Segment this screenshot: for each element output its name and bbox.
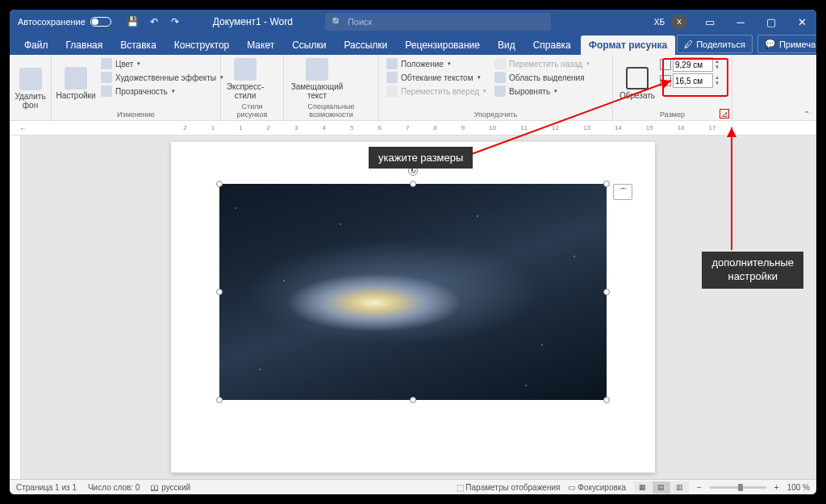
tab-picture-format[interactable]: Формат рисунка: [581, 35, 675, 55]
annotation-specify-sizes: укажите размеры: [369, 147, 473, 169]
backward-icon: [494, 58, 506, 69]
height-up[interactable]: ▲: [715, 59, 720, 65]
search-input[interactable]: 🔍 Поиск: [325, 13, 551, 31]
tab-layout[interactable]: Макет: [239, 35, 282, 55]
status-bar: Страница 1 из 1 Число слов: 0 🕮 русский …: [10, 479, 816, 494]
accessibility-group-label: Специальные возможности: [289, 101, 373, 119]
crop-button[interactable]: Обрезать: [618, 57, 657, 109]
align-button[interactable]: Выровнять▾: [492, 85, 592, 98]
save-icon[interactable]: 💾: [127, 16, 139, 27]
alt-text-icon: [306, 58, 328, 81]
send-forward-button: Переместить вперед▾: [384, 85, 489, 98]
zoom-out-button[interactable]: −: [697, 483, 702, 492]
wrap-text-button[interactable]: Обтекание текстом▾: [384, 71, 489, 84]
resize-handle-mr[interactable]: [603, 289, 610, 295]
read-mode-button[interactable]: ▦: [634, 481, 652, 494]
horizontal-ruler[interactable]: ⌐ 211234567891011121314151617: [10, 121, 816, 135]
width-input-row: ▲▼: [660, 73, 720, 88]
corrections-button[interactable]: Настройки: [56, 57, 95, 109]
page-indicator[interactable]: Страница 1 из 1: [16, 483, 77, 492]
galaxy-image: [219, 184, 607, 400]
artistic-effects-button[interactable]: Художественные эффекты▾: [98, 71, 226, 84]
styles-icon: [234, 58, 257, 81]
search-icon: 🔍: [332, 17, 343, 27]
zoom-slider[interactable]: [710, 486, 766, 489]
tab-help[interactable]: Справка: [525, 35, 579, 55]
selection-icon: [494, 72, 506, 83]
color-icon: [101, 58, 112, 69]
remove-bg-icon: [19, 68, 42, 90]
tab-file[interactable]: Файл: [16, 35, 56, 55]
undo-icon[interactable]: ↶: [148, 16, 160, 27]
display-settings[interactable]: ⬚ Параметры отображения: [457, 483, 561, 492]
zoom-in-button[interactable]: +: [774, 483, 779, 492]
transparency-button[interactable]: Прозрачность▾: [98, 85, 226, 98]
width-down[interactable]: ▼: [715, 81, 720, 86]
redo-icon[interactable]: ↷: [169, 16, 181, 27]
document-page[interactable]: ↻ ⌒: [171, 142, 655, 473]
width-field[interactable]: [673, 73, 713, 88]
resize-handle-bm[interactable]: [410, 397, 416, 403]
ribbon: Удалить фон Настройки Цвет▾ Художественн…: [10, 55, 816, 121]
forward-icon: [386, 85, 398, 97]
layout-options-button[interactable]: ⌒: [613, 184, 632, 200]
tab-design[interactable]: Конструктор: [166, 35, 237, 55]
collapse-ribbon-icon[interactable]: ⌃: [803, 110, 810, 119]
send-backward-button: Переместить назад▾: [492, 57, 592, 70]
width-up[interactable]: ▲: [715, 75, 720, 81]
corrections-icon: [65, 67, 87, 90]
zoom-level[interactable]: 100 %: [787, 483, 810, 492]
minimize-button[interactable]: ─: [726, 10, 755, 34]
tab-home[interactable]: Главная: [58, 35, 111, 55]
toggle-switch[interactable]: [90, 17, 111, 27]
user-avatar[interactable]: X: [671, 14, 687, 30]
alt-text-button[interactable]: Замещающий текст: [289, 57, 345, 101]
effects-icon: [101, 72, 112, 83]
resize-handle-tl[interactable]: [216, 181, 223, 187]
document-title: Документ1 - Word: [213, 16, 293, 27]
resize-handle-tr[interactable]: [603, 181, 610, 187]
resize-handle-tm[interactable]: [410, 181, 416, 187]
resize-handle-bl[interactable]: [216, 397, 223, 403]
comments-button[interactable]: 💬Примечания: [757, 35, 816, 53]
resize-handle-br[interactable]: [603, 397, 610, 403]
selection-pane-button[interactable]: Область выделения: [492, 71, 592, 84]
tab-references[interactable]: Ссылки: [284, 35, 334, 55]
position-button[interactable]: Положение▾: [384, 57, 489, 70]
quick-access-toolbar: 💾 ↶ ↷: [119, 16, 189, 27]
arrange-group-label: Упорядочить: [384, 109, 607, 119]
focus-mode[interactable]: ▭ Фокусировка: [568, 483, 626, 492]
maximize-button[interactable]: ▢: [757, 10, 786, 34]
tab-mailings[interactable]: Рассылки: [336, 35, 395, 55]
word-count[interactable]: Число слов: 0: [88, 483, 140, 492]
share-button[interactable]: 🖊Поделиться: [677, 35, 753, 53]
resize-handle-ml[interactable]: [216, 289, 223, 295]
align-icon: [494, 85, 506, 97]
crop-icon: [626, 67, 649, 90]
document-area: ↻ ⌒: [10, 135, 816, 479]
width-icon: [660, 75, 671, 86]
adjust-group-label: Изменение: [56, 109, 215, 119]
wrap-icon: [386, 72, 398, 83]
print-layout-button[interactable]: ▤: [653, 481, 670, 494]
remove-background-button[interactable]: Удалить фон: [15, 57, 46, 119]
tab-review[interactable]: Рецензирование: [397, 35, 488, 55]
height-icon: [660, 59, 671, 70]
size-dialog-launcher[interactable]: ◿: [720, 109, 729, 119]
height-field[interactable]: [673, 57, 713, 72]
user-initials: ХБ: [654, 18, 665, 27]
styles-group-label: Стили рисунков: [226, 101, 278, 119]
tab-view[interactable]: Вид: [490, 35, 524, 55]
autosave-toggle[interactable]: Автосохранение: [10, 17, 119, 27]
transparency-icon: [101, 85, 112, 97]
quick-styles-button[interactable]: Экспресс- стили: [226, 57, 265, 101]
language-indicator[interactable]: 🕮 русский: [151, 483, 190, 492]
color-button[interactable]: Цвет▾: [98, 57, 226, 70]
web-layout-button[interactable]: ▥: [671, 481, 689, 494]
height-down[interactable]: ▼: [715, 65, 720, 70]
ribbon-options-icon[interactable]: ▭: [695, 10, 724, 34]
tab-insert[interactable]: Вставка: [112, 35, 165, 55]
vertical-ruler[interactable]: [10, 135, 21, 479]
close-button[interactable]: ✕: [787, 10, 816, 34]
selected-image[interactable]: ↻ ⌒: [219, 184, 607, 400]
